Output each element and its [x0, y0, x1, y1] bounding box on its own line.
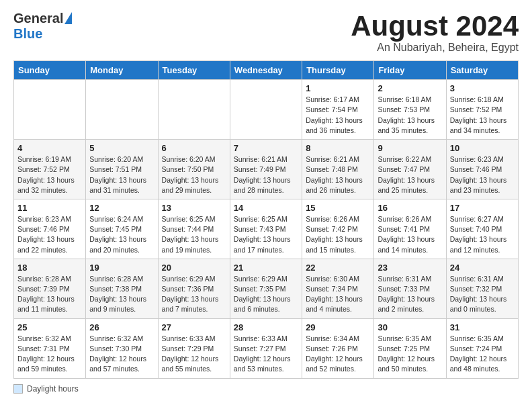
- calendar-cell: 1Sunrise: 6:17 AMSunset: 7:54 PMDaylight…: [302, 80, 374, 140]
- day-info: Sunrise: 6:20 AMSunset: 7:50 PMDaylight:…: [162, 154, 226, 195]
- day-number: 18: [17, 263, 82, 273]
- calendar-cell: 16Sunrise: 6:26 AMSunset: 7:41 PMDayligh…: [374, 199, 446, 259]
- day-number: 12: [89, 203, 154, 213]
- calendar-cell: 9Sunrise: 6:22 AMSunset: 7:47 PMDaylight…: [374, 140, 446, 199]
- footer-note: Daylight hours: [13, 384, 519, 394]
- calendar-cell: 20Sunrise: 6:29 AMSunset: 7:36 PMDayligh…: [158, 259, 230, 318]
- calendar-cell: 24Sunrise: 6:31 AMSunset: 7:32 PMDayligh…: [446, 259, 518, 318]
- weekday-header-monday: Monday: [86, 61, 158, 80]
- day-info: Sunrise: 6:21 AMSunset: 7:49 PMDaylight:…: [234, 154, 298, 195]
- day-info: Sunrise: 6:25 AMSunset: 7:44 PMDaylight:…: [162, 214, 226, 255]
- day-number: 23: [378, 263, 442, 273]
- day-info: Sunrise: 6:23 AMSunset: 7:46 PMDaylight:…: [17, 214, 82, 255]
- day-info: Sunrise: 6:27 AMSunset: 7:40 PMDaylight:…: [450, 214, 515, 255]
- calendar-week-row: 1Sunrise: 6:17 AMSunset: 7:54 PMDaylight…: [14, 80, 519, 140]
- calendar-cell: 4Sunrise: 6:19 AMSunset: 7:52 PMDaylight…: [14, 140, 86, 199]
- day-number: 31: [450, 322, 515, 332]
- day-info: Sunrise: 6:19 AMSunset: 7:52 PMDaylight:…: [17, 154, 82, 195]
- calendar-cell: [230, 80, 302, 140]
- calendar-week-row: 4Sunrise: 6:19 AMSunset: 7:52 PMDaylight…: [14, 140, 519, 199]
- weekday-header-tuesday: Tuesday: [158, 61, 230, 80]
- calendar-cell: 23Sunrise: 6:31 AMSunset: 7:33 PMDayligh…: [374, 259, 446, 318]
- calendar-cell: 18Sunrise: 6:28 AMSunset: 7:39 PMDayligh…: [14, 259, 86, 318]
- weekday-header-thursday: Thursday: [302, 61, 374, 80]
- calendar-cell: 17Sunrise: 6:27 AMSunset: 7:40 PMDayligh…: [446, 199, 518, 259]
- weekday-header-sunday: Sunday: [14, 61, 86, 80]
- day-number: 22: [306, 263, 370, 273]
- calendar-week-row: 25Sunrise: 6:32 AMSunset: 7:31 PMDayligh…: [14, 318, 519, 378]
- day-number: 1: [306, 83, 370, 93]
- day-info: Sunrise: 6:24 AMSunset: 7:45 PMDaylight:…: [89, 214, 154, 255]
- calendar-cell: 28Sunrise: 6:33 AMSunset: 7:27 PMDayligh…: [230, 318, 302, 378]
- day-info: Sunrise: 6:25 AMSunset: 7:43 PMDaylight:…: [234, 214, 298, 255]
- month-title: August 2024: [351, 11, 519, 42]
- logo-blue-text: Blue: [13, 26, 42, 41]
- day-number: 8: [306, 143, 370, 153]
- logo-triangle-icon: [64, 12, 72, 24]
- logo-general-text: General: [13, 11, 63, 26]
- day-number: 9: [378, 143, 442, 153]
- calendar-cell: 19Sunrise: 6:28 AMSunset: 7:38 PMDayligh…: [86, 259, 158, 318]
- calendar-cell: 2Sunrise: 6:18 AMSunset: 7:53 PMDaylight…: [374, 80, 446, 140]
- day-number: 19: [89, 263, 154, 273]
- day-info: Sunrise: 6:35 AMSunset: 7:24 PMDaylight:…: [450, 334, 515, 375]
- day-number: 16: [378, 203, 442, 213]
- calendar-table: SundayMondayTuesdayWednesdayThursdayFrid…: [13, 60, 519, 378]
- calendar-cell: 25Sunrise: 6:32 AMSunset: 7:31 PMDayligh…: [14, 318, 86, 378]
- calendar-cell: 29Sunrise: 6:34 AMSunset: 7:26 PMDayligh…: [302, 318, 374, 378]
- day-info: Sunrise: 6:29 AMSunset: 7:35 PMDaylight:…: [234, 274, 298, 315]
- day-number: 15: [306, 203, 370, 213]
- day-number: 28: [234, 322, 298, 332]
- calendar-cell: 8Sunrise: 6:21 AMSunset: 7:48 PMDaylight…: [302, 140, 374, 199]
- footer-label: Daylight hours: [27, 384, 79, 394]
- calendar-cell: 31Sunrise: 6:35 AMSunset: 7:24 PMDayligh…: [446, 318, 518, 378]
- day-number: 11: [17, 203, 82, 213]
- weekday-header-friday: Friday: [374, 61, 446, 80]
- day-number: 30: [378, 322, 442, 332]
- weekday-header-wednesday: Wednesday: [230, 61, 302, 80]
- calendar-cell: 21Sunrise: 6:29 AMSunset: 7:35 PMDayligh…: [230, 259, 302, 318]
- calendar-cell: 15Sunrise: 6:26 AMSunset: 7:42 PMDayligh…: [302, 199, 374, 259]
- calendar-cell: 30Sunrise: 6:35 AMSunset: 7:25 PMDayligh…: [374, 318, 446, 378]
- calendar-cell: 12Sunrise: 6:24 AMSunset: 7:45 PMDayligh…: [86, 199, 158, 259]
- day-number: 25: [17, 322, 82, 332]
- calendar-cell: 7Sunrise: 6:21 AMSunset: 7:49 PMDaylight…: [230, 140, 302, 199]
- day-number: 17: [450, 203, 515, 213]
- calendar-cell: 5Sunrise: 6:20 AMSunset: 7:51 PMDaylight…: [86, 140, 158, 199]
- day-number: 20: [162, 263, 226, 273]
- day-info: Sunrise: 6:20 AMSunset: 7:51 PMDaylight:…: [89, 154, 154, 195]
- day-info: Sunrise: 6:28 AMSunset: 7:38 PMDaylight:…: [89, 274, 154, 315]
- calendar-cell: 14Sunrise: 6:25 AMSunset: 7:43 PMDayligh…: [230, 199, 302, 259]
- day-number: 10: [450, 143, 515, 153]
- logo: General Blue: [13, 11, 72, 42]
- day-info: Sunrise: 6:34 AMSunset: 7:26 PMDaylight:…: [306, 334, 370, 375]
- day-number: 3: [450, 83, 515, 93]
- location-subtitle: An Nubariyah, Beheira, Egypt: [351, 42, 519, 54]
- day-info: Sunrise: 6:26 AMSunset: 7:42 PMDaylight:…: [306, 214, 370, 255]
- day-number: 29: [306, 322, 370, 332]
- day-info: Sunrise: 6:21 AMSunset: 7:48 PMDaylight:…: [306, 154, 370, 195]
- day-info: Sunrise: 6:23 AMSunset: 7:46 PMDaylight:…: [450, 154, 515, 195]
- daylight-indicator: [13, 384, 23, 394]
- weekday-header-saturday: Saturday: [446, 61, 518, 80]
- calendar-cell: 3Sunrise: 6:18 AMSunset: 7:52 PMDaylight…: [446, 80, 518, 140]
- calendar-week-row: 11Sunrise: 6:23 AMSunset: 7:46 PMDayligh…: [14, 199, 519, 259]
- day-number: 26: [89, 322, 154, 332]
- day-info: Sunrise: 6:28 AMSunset: 7:39 PMDaylight:…: [17, 274, 82, 315]
- day-info: Sunrise: 6:35 AMSunset: 7:25 PMDaylight:…: [378, 334, 442, 375]
- calendar-cell: [86, 80, 158, 140]
- calendar-cell: 13Sunrise: 6:25 AMSunset: 7:44 PMDayligh…: [158, 199, 230, 259]
- calendar-cell: 11Sunrise: 6:23 AMSunset: 7:46 PMDayligh…: [14, 199, 86, 259]
- day-info: Sunrise: 6:18 AMSunset: 7:52 PMDaylight:…: [450, 95, 515, 136]
- day-number: 7: [234, 143, 298, 153]
- day-number: 14: [234, 203, 298, 213]
- calendar-cell: 27Sunrise: 6:33 AMSunset: 7:29 PMDayligh…: [158, 318, 230, 378]
- day-number: 2: [378, 83, 442, 93]
- calendar-cell: 22Sunrise: 6:30 AMSunset: 7:34 PMDayligh…: [302, 259, 374, 318]
- header: General Blue August 2024 An Nubariyah, B…: [13, 11, 519, 54]
- day-info: Sunrise: 6:31 AMSunset: 7:33 PMDaylight:…: [378, 274, 442, 315]
- calendar-cell: [14, 80, 86, 140]
- calendar-cell: [158, 80, 230, 140]
- day-info: Sunrise: 6:17 AMSunset: 7:54 PMDaylight:…: [306, 95, 370, 136]
- calendar-cell: 6Sunrise: 6:20 AMSunset: 7:50 PMDaylight…: [158, 140, 230, 199]
